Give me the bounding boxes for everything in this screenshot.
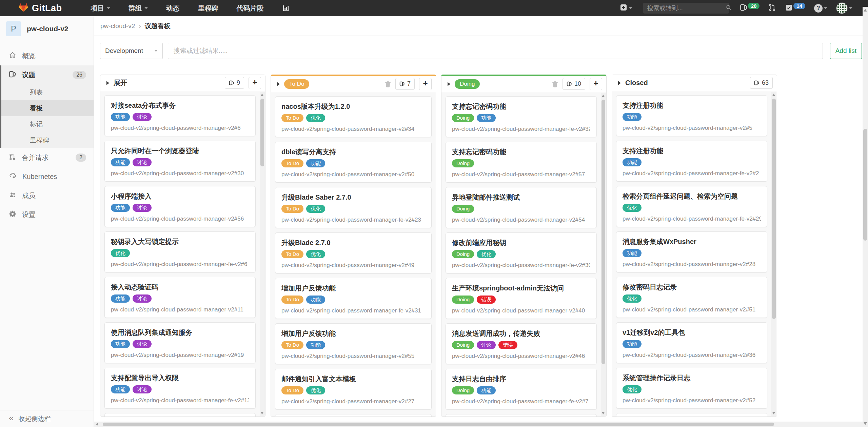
issue-card[interactable]: 支持忘记密码功能 Doing pw-cloud-v2/spring-cloud-… bbox=[446, 142, 597, 183]
issue-card[interactable]: nacos版本升级为1.2.0 To Do优化 pw-cloud-v2/spri… bbox=[275, 96, 432, 137]
scroll-up-arrow-icon[interactable] bbox=[772, 94, 775, 96]
column-scrollbar-thumb[interactable] bbox=[772, 99, 776, 319]
issue-label[interactable]: 优化 bbox=[623, 385, 642, 393]
issue-label[interactable]: 优化 bbox=[306, 114, 325, 122]
issue-card[interactable]: 生产环境springboot-admin无法访问 Doing错误 pw-clou… bbox=[446, 278, 597, 319]
issue-card[interactable]: 检索分页组件延迟问题、检索为空问题 优化 pw-cloud-v2/spring-… bbox=[616, 186, 767, 227]
sidebar-item-milestones[interactable]: 里程碑 bbox=[1, 132, 94, 148]
issue-card[interactable]: 支持配置导出导入权限 功能讨论 pw-cloud-v2/spring-cloud… bbox=[104, 368, 256, 409]
chart-icon[interactable] bbox=[273, 0, 299, 16]
issue-label[interactable]: 功能 bbox=[306, 296, 325, 304]
issue-label[interactable]: 优化 bbox=[306, 250, 325, 258]
issue-card[interactable]: 升级Blade Saber 2.7.0 To Do优化 pw-cloud-v2/… bbox=[275, 187, 432, 228]
issue-label[interactable]: 功能 bbox=[111, 113, 130, 121]
scroll-down-arrow-icon[interactable] bbox=[772, 412, 775, 414]
board-switcher-select[interactable]: Development bbox=[100, 43, 163, 59]
collapse-column-caret-icon[interactable] bbox=[277, 82, 280, 86]
sidebar-item-merge-requests[interactable]: 合并请求 2 bbox=[0, 148, 94, 167]
board-horizontal-scrollbar[interactable] bbox=[94, 422, 868, 427]
issue-label[interactable]: 错误 bbox=[477, 296, 496, 304]
global-search-box[interactable] bbox=[643, 3, 729, 14]
navbar-merge-requests-button[interactable] bbox=[768, 3, 776, 13]
issue-label[interactable]: 讨论 bbox=[133, 294, 152, 303]
issue-label[interactable]: 讨论 bbox=[477, 341, 496, 349]
issue-filter-input[interactable] bbox=[168, 43, 823, 59]
issue-card[interactable]: 接入动态验证码 功能讨论 pw-cloud-v2/spring-cloud-pa… bbox=[104, 277, 256, 318]
user-menu-button[interactable] bbox=[836, 2, 852, 14]
issue-card[interactable]: dble读写分离支持 To Do功能 pw-cloud-v2/spring-cl… bbox=[275, 142, 432, 183]
issue-card[interactable]: 修改前端应用秘钥 Doing优化 pw-cloud-v2/spring-clou… bbox=[446, 232, 597, 273]
issue-label[interactable]: 讨论 bbox=[133, 204, 152, 212]
scroll-up-arrow-icon[interactable] bbox=[261, 94, 263, 96]
sidebar-item-kubernetes[interactable]: Kubernetes bbox=[0, 167, 94, 186]
menu-snippets[interactable]: 代码片段 bbox=[228, 0, 273, 16]
issue-label[interactable]: 优化 bbox=[111, 249, 130, 257]
issue-label[interactable]: 功能 bbox=[111, 204, 130, 212]
scroll-down-arrow-icon[interactable] bbox=[602, 412, 605, 414]
sidebar-item-issue-list[interactable]: 列表 bbox=[1, 84, 94, 100]
issue-card[interactable]: 支持注册功能 功能 pw-cloud-v2/spring-cloud-passw… bbox=[616, 141, 767, 182]
navbar-todos-button[interactable]: 14 bbox=[785, 4, 805, 13]
issue-label[interactable]: To Do bbox=[281, 250, 303, 258]
issue-label[interactable]: 功能 bbox=[111, 294, 130, 303]
issue-label[interactable]: 讨论 bbox=[133, 113, 152, 121]
issue-card[interactable]: 支持忘记密码功能 Doing功能 pw-cloud-v2/spring-clou… bbox=[446, 96, 597, 137]
issue-label[interactable]: Doing bbox=[452, 296, 474, 304]
issue-label[interactable]: 功能 bbox=[111, 340, 130, 348]
issue-label[interactable]: 讨论 bbox=[133, 340, 152, 348]
issue-card[interactable]: 支持日志自由排序 Doing功能 pw-cloud-v2/spring-clou… bbox=[446, 369, 597, 410]
issue-card[interactable]: 小程序端接入 功能讨论 pw-cloud-v2/spring-cloud-pas… bbox=[104, 186, 256, 227]
issue-card[interactable]: 增加用户反馈功能 To Do功能 pw-cloud-v2/spring-clou… bbox=[275, 278, 432, 319]
sidebar-item-issues[interactable]: 议题 26 bbox=[1, 65, 94, 84]
issue-label[interactable]: 功能 bbox=[477, 386, 496, 394]
issue-label[interactable]: 优化 bbox=[306, 205, 325, 213]
new-menu-button[interactable] bbox=[619, 3, 632, 13]
collapse-column-caret-icon[interactable] bbox=[448, 82, 450, 86]
column-scrollbar-thumb[interactable] bbox=[601, 100, 605, 364]
issue-card[interactable]: 增加用户反馈功能 To Do功能 pw-cloud-v2/spring-clou… bbox=[275, 323, 432, 364]
column-scrollbar[interactable] bbox=[771, 92, 776, 416]
issue-label[interactable]: To Do bbox=[281, 159, 303, 167]
help-menu-button[interactable]: ? bbox=[814, 4, 827, 13]
issue-label[interactable]: 功能 bbox=[477, 114, 496, 122]
issue-label[interactable]: Doing bbox=[452, 386, 474, 394]
issue-label[interactable]: Doing bbox=[452, 341, 474, 349]
issue-card[interactable]: 使用消息队列集成通知服务 功能讨论 pw-cloud-v2/spring-clo… bbox=[104, 322, 256, 363]
issue-label[interactable]: Doing bbox=[452, 114, 474, 122]
menu-activity[interactable]: 动态 bbox=[157, 0, 189, 16]
issue-card[interactable]: 只允许同时在一个浏览器登陆 功能讨论 pw-cloud-v2/spring-cl… bbox=[104, 141, 256, 182]
issue-label[interactable]: 功能 bbox=[623, 249, 642, 257]
issue-label[interactable]: 功能 bbox=[306, 341, 325, 349]
sidebar-item-issue-board[interactable]: 看板 bbox=[1, 100, 94, 116]
column-scrollbar[interactable] bbox=[260, 92, 265, 416]
issue-card[interactable]: 消息服务集成WxPusher 功能 pw-cloud-v2/spring-clo… bbox=[616, 231, 767, 272]
issue-label[interactable]: Doing bbox=[452, 159, 474, 167]
navbar-issues-button[interactable]: 20 bbox=[740, 3, 760, 13]
issue-label[interactable]: 功能 bbox=[111, 385, 130, 393]
issue-label[interactable]: Doing bbox=[452, 250, 474, 258]
breadcrumb-project-link[interactable]: pw-cloud-v2 bbox=[100, 22, 135, 30]
scroll-down-arrow-icon[interactable] bbox=[864, 422, 867, 425]
issue-label[interactable]: 优化 bbox=[623, 204, 642, 212]
menu-projects[interactable]: 项目 bbox=[82, 0, 119, 16]
sidebar-item-settings[interactable]: 设置 bbox=[0, 205, 94, 224]
issue-label[interactable]: To Do bbox=[281, 205, 303, 213]
collapse-sidebar-button[interactable]: « 收起侧边栏 bbox=[0, 410, 94, 427]
menu-groups[interactable]: 群组 bbox=[119, 0, 157, 16]
menu-milestones[interactable]: 里程碑 bbox=[189, 0, 228, 16]
issue-card[interactable]: v1迁移到v2的工具包 功能 pw-cloud-v2/spring-cloud-… bbox=[616, 322, 767, 363]
issue-label[interactable]: 功能 bbox=[623, 113, 642, 121]
issue-card[interactable]: 异地登陆邮件推送测试 Doing pw-cloud-v2/spring-clou… bbox=[446, 187, 597, 228]
add-issue-button[interactable]: + bbox=[249, 77, 261, 89]
issue-label[interactable]: 优化 bbox=[623, 294, 642, 303]
collapse-column-caret-icon[interactable] bbox=[106, 81, 109, 85]
sidebar-item-overview[interactable]: 概览 bbox=[0, 46, 94, 65]
page-vertical-scrollbar[interactable] bbox=[863, 7, 868, 427]
issue-label[interactable]: 讨论 bbox=[133, 158, 152, 166]
add-issue-button[interactable]: + bbox=[590, 78, 602, 90]
gitlab-logo[interactable]: GitLab bbox=[18, 2, 62, 14]
issue-label[interactable]: 优化 bbox=[306, 386, 325, 394]
issue-card[interactable]: 对接seata分布式事务 功能讨论 pw-cloud-v2/spring-clo… bbox=[104, 95, 256, 136]
issue-card[interactable]: 邮件通知引入富文本模板 To Do优化 pw-cloud-v2/spring-c… bbox=[275, 369, 432, 410]
scroll-left-arrow-icon[interactable] bbox=[96, 423, 98, 426]
